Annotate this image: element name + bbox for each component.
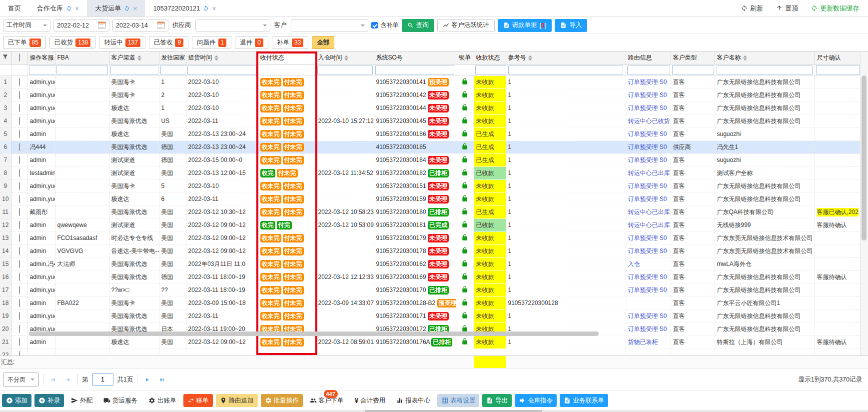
column-filter-input[interactable] (816, 65, 861, 75)
column-filter-input[interactable] (160, 65, 186, 75)
col-header-filter[interactable] (0, 52, 11, 64)
status-tab[interactable]: 已下单85 (3, 36, 46, 49)
tab-refresh-icon[interactable] (124, 6, 130, 12)
route-append-button[interactable]: 路由追加 (216, 394, 258, 407)
route-link[interactable]: 订单预受理 S0 (628, 234, 667, 242)
lock-icon[interactable] (461, 156, 468, 163)
row-checkbox[interactable] (19, 221, 20, 229)
route-link[interactable]: 订单预受理 S0 (628, 104, 667, 112)
app-tab[interactable]: 首页 (0, 0, 29, 16)
row-checkbox[interactable] (19, 299, 20, 307)
route-link[interactable]: 货物已装柜 (628, 338, 658, 346)
route-link[interactable]: 订单预受理 S0 (628, 196, 667, 202)
lock-open-icon[interactable] (461, 286, 468, 293)
column-filter-input[interactable] (375, 65, 454, 75)
work-time-select[interactable]: 工作时间 (3, 20, 50, 32)
lock-open-icon[interactable] (461, 325, 468, 332)
sort-icon[interactable] (137, 56, 141, 60)
status-tab[interactable]: 退件0 (235, 36, 268, 49)
calendar-icon[interactable] (157, 22, 165, 29)
route-link[interactable]: 转运中心已出库 (628, 170, 670, 176)
lock-open-icon[interactable] (461, 169, 468, 176)
column-filter-input[interactable] (475, 65, 506, 75)
first-page-button[interactable] (47, 374, 58, 385)
customer-select[interactable] (291, 20, 368, 32)
row-checkbox[interactable] (19, 338, 20, 346)
scroll-top-button[interactable]: 置顶 (776, 4, 798, 13)
row-checkbox[interactable] (19, 195, 20, 203)
lock-icon[interactable] (461, 312, 468, 319)
sort-icon[interactable] (214, 56, 218, 60)
tab-close-icon[interactable]: × (133, 5, 137, 12)
sort-icon[interactable] (743, 56, 747, 60)
col-header-country[interactable]: 发往国家 (159, 52, 186, 64)
app-tab[interactable]: 大货运单× (87, 0, 145, 16)
col-header-pay[interactable]: 收付状态 (258, 52, 316, 64)
sort-icon[interactable] (344, 56, 348, 60)
date-from-input[interactable]: 2022-02-12 (53, 20, 109, 32)
route-link[interactable]: 订单预受理 S0 (628, 312, 667, 320)
route-link[interactable]: 订单预受理 S0 (628, 248, 667, 254)
column-filter-input[interactable] (508, 65, 623, 75)
payment-request-button[interactable]: 请款单据 [0] (498, 19, 552, 32)
status-tab[interactable]: 已签收9 (149, 36, 188, 49)
page-number-input[interactable] (92, 373, 113, 386)
freight-service-button[interactable]: 货运服务 (99, 394, 141, 407)
update-cache-button[interactable]: 更新数据缓存 (811, 4, 859, 13)
column-filter-input[interactable] (317, 65, 373, 75)
outsource-button[interactable]: 外配 (67, 394, 96, 407)
supplement-entry-button[interactable]: 补录 (34, 394, 64, 407)
add-button[interactable]: 添加 (2, 394, 31, 407)
column-filter-input[interactable] (672, 65, 715, 75)
warehouse-command-button[interactable]: 仓库指令 (515, 394, 557, 407)
row-checkbox[interactable] (19, 247, 20, 255)
row-checkbox[interactable] (19, 169, 20, 177)
lock-icon[interactable] (461, 182, 468, 189)
move-order-button[interactable]: 移单 (183, 394, 213, 407)
route-link[interactable]: 订单预受理 S0 (628, 274, 667, 280)
col-header-size[interactable]: 尺寸确认 (815, 52, 861, 64)
row-checkbox[interactable] (19, 156, 20, 164)
prev-page-button[interactable] (62, 374, 73, 385)
col-header-channel[interactable]: 客户渠道 (109, 52, 159, 64)
status-tab[interactable]: 转运中137 (99, 36, 145, 49)
row-checkbox[interactable] (19, 351, 20, 356)
route-link[interactable]: 订单预受理 S0 (628, 78, 667, 86)
route-link[interactable]: 订单预受理 S0 (628, 130, 667, 138)
select-all-checkbox[interactable] (19, 54, 20, 62)
col-header-collect[interactable]: 收款状态 (474, 52, 506, 64)
total-cost-button[interactable]: ¥合计费用 (351, 394, 390, 407)
lock-open-icon[interactable] (461, 221, 468, 228)
status-tab[interactable]: 补单33 (272, 36, 308, 49)
tab-refresh-icon[interactable] (203, 6, 209, 12)
billing-button[interactable]: 出账单 (144, 394, 180, 407)
horizontal-scrollbar[interactable] (29, 332, 599, 336)
sort-icon[interactable] (528, 56, 532, 60)
import-button[interactable]: 导入 (555, 19, 587, 32)
row-checkbox[interactable] (19, 130, 20, 138)
column-filter-input[interactable] (110, 65, 158, 75)
lock-open-icon[interactable] (461, 208, 468, 215)
column-filter-input[interactable] (29, 65, 55, 75)
row-checkbox[interactable] (19, 182, 20, 190)
tab-close-icon[interactable]: × (212, 5, 216, 12)
lock-icon[interactable] (461, 143, 468, 150)
calendar-icon[interactable] (98, 22, 106, 29)
filter-funnel-icon[interactable] (2, 54, 8, 60)
route-link[interactable]: 订单预受理 S0 (628, 182, 667, 190)
column-filter-input[interactable] (717, 65, 812, 75)
route-link[interactable]: 订单预受理 S0 (628, 156, 667, 164)
col-header-fba[interactable]: FBA (55, 52, 109, 64)
col-header-select[interactable] (11, 52, 27, 64)
row-checkbox[interactable] (19, 78, 20, 86)
batch-operation-button[interactable]: 批量操作 (261, 394, 303, 407)
lock-open-icon[interactable] (461, 299, 468, 306)
lock-open-icon[interactable] (461, 338, 468, 345)
row-checkbox[interactable] (19, 143, 20, 151)
lock-icon[interactable] (461, 234, 468, 241)
app-tab[interactable]: 合作仓库× (29, 0, 87, 16)
next-page-button[interactable] (141, 374, 152, 385)
status-tab[interactable]: 全部 (312, 36, 334, 49)
col-header-ctype[interactable]: 客户类型 (671, 52, 715, 64)
export-button[interactable]: 导出 (482, 394, 512, 407)
